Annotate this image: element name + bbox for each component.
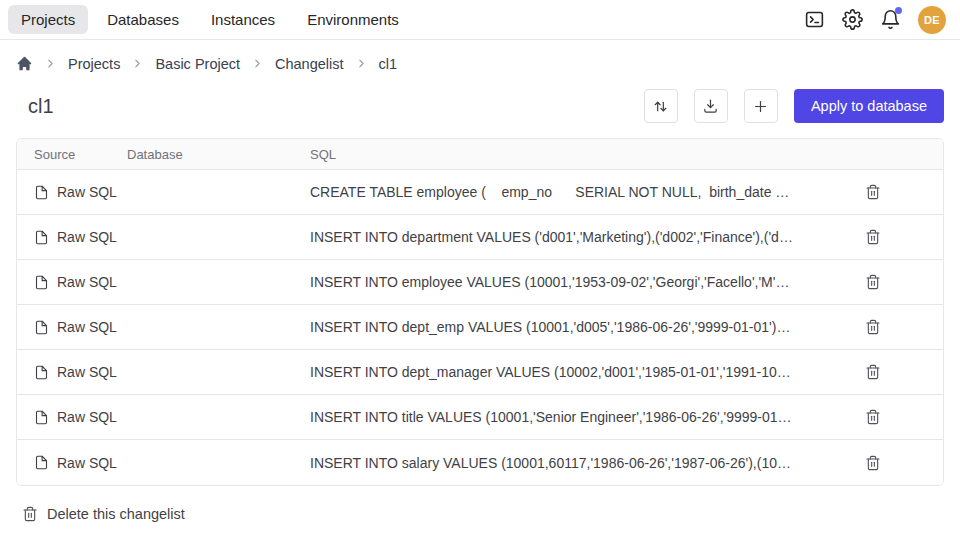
table-row[interactable]: Raw SQL INSERT INTO salary VALUES (10001… (17, 440, 943, 485)
trash-icon (865, 274, 881, 290)
table-row[interactable]: Raw SQL INSERT INTO employee VALUES (100… (17, 260, 943, 305)
source-cell: Raw SQL (17, 229, 127, 245)
source-label: Raw SQL (57, 455, 117, 471)
delete-row-button[interactable] (861, 405, 885, 429)
home-icon (16, 55, 33, 72)
source-cell: Raw SQL (17, 455, 127, 471)
delete-changelist-label: Delete this changelist (47, 506, 185, 522)
row-actions (803, 315, 943, 339)
breadcrumb-item-projects[interactable]: Projects (68, 56, 120, 72)
file-icon (34, 410, 49, 425)
breadcrumb-item-cl1[interactable]: cl1 (379, 56, 398, 72)
file-icon (34, 365, 49, 380)
row-actions (803, 180, 943, 204)
source-label: Raw SQL (57, 409, 117, 425)
changelist-table: Source Database SQL Raw SQL CREATE TABLE… (16, 138, 944, 486)
nav-item-instances[interactable]: Instances (198, 5, 288, 34)
notification-dot (895, 7, 902, 14)
breadcrumb-home-button[interactable] (16, 55, 33, 72)
table-row[interactable]: Raw SQL INSERT INTO title VALUES (10001,… (17, 395, 943, 440)
export-button[interactable] (694, 89, 728, 123)
trash-icon (22, 506, 38, 522)
title-actions: Apply to database (644, 89, 944, 123)
table-row[interactable]: Raw SQL CREATE TABLE employee ( emp_no S… (17, 170, 943, 215)
delete-row-button[interactable] (861, 270, 885, 294)
column-header-database: Database (127, 147, 310, 162)
sql-text: INSERT INTO title VALUES (10001,'Senior … (310, 409, 803, 425)
sql-text: INSERT INTO dept_emp VALUES (10001,'d005… (310, 319, 803, 335)
delete-row-button[interactable] (861, 225, 885, 249)
table-row[interactable]: Raw SQL INSERT INTO department VALUES ('… (17, 215, 943, 260)
top-nav: Projects Databases Instances Environment… (0, 0, 960, 40)
source-cell: Raw SQL (17, 319, 127, 335)
delete-changelist-button[interactable]: Delete this changelist (16, 506, 185, 522)
sql-text: INSERT INTO dept_manager VALUES (10002,'… (310, 364, 803, 380)
reorder-button[interactable] (644, 89, 678, 123)
chevron-right-icon (251, 57, 264, 70)
sort-arrows-icon (652, 98, 669, 115)
terminal-icon (804, 9, 825, 30)
table-row[interactable]: Raw SQL INSERT INTO dept_manager VALUES … (17, 350, 943, 395)
source-label: Raw SQL (57, 274, 117, 290)
settings-button[interactable] (842, 9, 863, 30)
delete-row-button[interactable] (861, 451, 885, 475)
chevron-right-icon (44, 57, 57, 70)
nav-item-environments[interactable]: Environments (294, 5, 412, 34)
delete-row-button[interactable] (861, 180, 885, 204)
file-icon (34, 455, 49, 470)
sql-text: INSERT INTO department VALUES ('d001','M… (310, 229, 803, 245)
delete-row-button[interactable] (861, 360, 885, 384)
chevron-right-icon (131, 57, 144, 70)
table-row[interactable]: Raw SQL INSERT INTO dept_emp VALUES (100… (17, 305, 943, 350)
gear-icon (842, 9, 863, 30)
trash-icon (865, 229, 881, 245)
sql-text: CREATE TABLE employee ( emp_no SERIAL NO… (310, 184, 803, 200)
delete-row-button[interactable] (861, 315, 885, 339)
column-header-source: Source (17, 147, 127, 162)
row-actions (803, 225, 943, 249)
row-actions (803, 405, 943, 429)
page-header: cl1 Apply to database (0, 72, 960, 136)
file-icon (34, 275, 49, 290)
source-cell: Raw SQL (17, 184, 127, 200)
avatar[interactable]: DE (918, 6, 946, 34)
sql-text: INSERT INTO salary VALUES (10001,60117,'… (310, 455, 803, 471)
column-header-sql: SQL (310, 147, 803, 162)
table-header-row: Source Database SQL (17, 139, 943, 170)
trash-icon (865, 364, 881, 380)
notifications-button[interactable] (880, 9, 901, 30)
source-label: Raw SQL (57, 184, 117, 200)
source-cell: Raw SQL (17, 364, 127, 380)
source-label: Raw SQL (57, 364, 117, 380)
main-nav: Projects Databases Instances Environment… (8, 5, 412, 34)
nav-item-databases[interactable]: Databases (94, 5, 192, 34)
sql-editor-button[interactable] (804, 9, 825, 30)
source-label: Raw SQL (57, 229, 117, 245)
file-icon (34, 230, 49, 245)
source-label: Raw SQL (57, 319, 117, 335)
download-icon (702, 98, 719, 115)
source-cell: Raw SQL (17, 409, 127, 425)
file-icon (34, 320, 49, 335)
row-actions (803, 270, 943, 294)
page-title: cl1 (16, 95, 54, 118)
breadcrumb-item-changelist[interactable]: Changelist (275, 56, 344, 72)
apply-to-database-button[interactable]: Apply to database (794, 89, 944, 123)
sql-text: INSERT INTO employee VALUES (10001,'1953… (310, 274, 803, 290)
row-actions (803, 451, 943, 475)
breadcrumb: Projects Basic Project Changelist cl1 (0, 40, 960, 72)
trash-icon (865, 319, 881, 335)
chevron-right-icon (355, 57, 368, 70)
file-icon (34, 185, 49, 200)
trash-icon (865, 184, 881, 200)
table-body: Raw SQL CREATE TABLE employee ( emp_no S… (17, 170, 943, 485)
breadcrumb-item-basic-project[interactable]: Basic Project (155, 56, 240, 72)
plus-icon (752, 98, 769, 115)
add-change-button[interactable] (744, 89, 778, 123)
trash-icon (865, 409, 881, 425)
trash-icon (865, 455, 881, 471)
row-actions (803, 360, 943, 384)
nav-item-projects[interactable]: Projects (8, 5, 88, 34)
source-cell: Raw SQL (17, 274, 127, 290)
nav-right-cluster: DE (804, 6, 946, 34)
